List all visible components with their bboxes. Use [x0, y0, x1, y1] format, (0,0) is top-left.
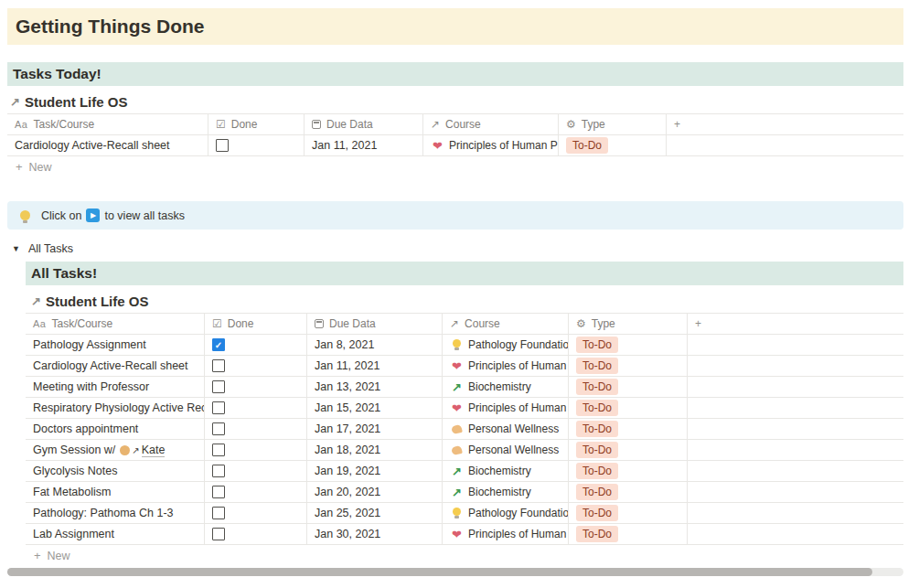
task-cell[interactable]: Fat Metabolism: [26, 482, 205, 502]
done-checkbox[interactable]: [212, 444, 225, 456]
course-cell[interactable]: Biochemistry: [443, 482, 569, 502]
task-cell[interactable]: Meeting with Professor: [26, 377, 205, 397]
due-cell[interactable]: Jan 11, 2021: [307, 356, 443, 376]
course-cell[interactable]: Principles of Human Phys: [443, 524, 569, 544]
type-cell[interactable]: To-Do: [569, 335, 688, 355]
done-cell: [205, 482, 307, 502]
course-icon: [450, 528, 464, 540]
column-header-type[interactable]: ⚙ Type: [559, 114, 667, 134]
type-cell[interactable]: To-Do: [569, 503, 688, 523]
new-row-button[interactable]: + New: [7, 156, 903, 177]
course-cell[interactable]: Personal Wellness: [443, 440, 569, 460]
due-cell[interactable]: Jan 11, 2021: [305, 135, 423, 155]
relation-arrow-icon: ↗: [431, 118, 440, 131]
done-checkbox[interactable]: [212, 528, 225, 540]
task-cell[interactable]: Pathology: Pathoma Ch 1-3: [26, 503, 205, 523]
course-icon: [450, 465, 464, 477]
horizontal-scrollbar[interactable]: [7, 568, 903, 576]
due-cell[interactable]: Jan 19, 2021: [307, 461, 443, 481]
type-cell[interactable]: To-Do: [569, 461, 688, 481]
task-cell[interactable]: Pathology Assignment: [26, 335, 205, 355]
type-cell[interactable]: To-Do: [569, 440, 688, 460]
done-checkbox[interactable]: [212, 422, 225, 435]
play-button-icon[interactable]: ▶: [86, 208, 100, 222]
empty-cell: [667, 135, 903, 155]
done-checkbox[interactable]: [212, 507, 225, 519]
column-header-done[interactable]: ☑ Done: [208, 114, 305, 134]
task-cell[interactable]: Respiratory Physiology Active Recall: [26, 398, 205, 418]
due-cell[interactable]: Jan 15, 2021: [307, 398, 443, 418]
calendar-icon: [315, 319, 324, 328]
type-cell[interactable]: To-Do: [559, 135, 667, 155]
done-checkbox[interactable]: [212, 401, 225, 414]
due-cell[interactable]: Jan 30, 2021: [307, 524, 443, 544]
column-label: Due Data: [326, 118, 373, 131]
type-cell[interactable]: To-Do: [569, 398, 688, 418]
type-cell[interactable]: To-Do: [569, 377, 688, 397]
page-mention-kate[interactable]: ↗ Kate: [120, 444, 165, 457]
task-title: Cardiology Active-Recall sheet: [15, 139, 170, 152]
relation-arrow-icon: ↗: [450, 317, 459, 330]
course-name: Principles of Human Phys: [468, 359, 569, 372]
type-badge: To-Do: [576, 505, 618, 521]
course-cell[interactable]: Pathology Foundations: [443, 335, 569, 355]
due-cell[interactable]: Jan 8, 2021: [307, 335, 443, 355]
course-name: Principles of Human Phys: [468, 401, 569, 414]
task-cell[interactable]: Cardiology Active-Recall sheet: [7, 135, 208, 155]
due-cell[interactable]: Jan 18, 2021: [307, 440, 443, 460]
task-cell[interactable]: Lab Assignment: [26, 524, 205, 544]
due-date: Jan 17, 2021: [315, 422, 380, 435]
task-cell[interactable]: Doctors appointment: [26, 419, 205, 439]
task-cell[interactable]: Glycolysis Notes: [26, 461, 205, 481]
course-cell[interactable]: Pathology Foundations: [443, 503, 569, 523]
course-cell[interactable]: Principles of Human Phys: [423, 135, 559, 155]
done-checkbox[interactable]: [212, 380, 225, 393]
column-header-due[interactable]: Due Data: [305, 114, 423, 134]
task-cell[interactable]: Gym Session w/ ↗ Kate: [26, 440, 205, 460]
type-cell[interactable]: To-Do: [569, 524, 688, 544]
done-checkbox[interactable]: [212, 486, 225, 498]
column-header-course[interactable]: ↗ Course: [423, 114, 559, 134]
due-cell[interactable]: Jan 20, 2021: [307, 482, 443, 502]
done-checkbox[interactable]: [212, 338, 225, 351]
due-cell[interactable]: Jan 25, 2021: [307, 503, 443, 523]
column-header-task[interactable]: Aa Task/Course: [26, 314, 205, 334]
all-tasks-toggle[interactable]: ▼ All Tasks: [12, 242, 903, 255]
done-checkbox[interactable]: [212, 359, 225, 372]
empty-cell: [688, 335, 903, 355]
all-tasks-table: Aa Task/Course ☑ Done Due Data ↗ Course …: [26, 313, 903, 566]
type-cell[interactable]: To-Do: [569, 356, 688, 376]
course-icon: [450, 359, 464, 372]
column-header-done[interactable]: ☑ Done: [205, 314, 307, 334]
column-label: Type: [582, 118, 605, 131]
course-name: Principles of Human Phys: [468, 528, 569, 540]
db-title-text: Student Life OS: [46, 294, 149, 309]
add-column-button[interactable]: +: [688, 314, 903, 334]
course-cell[interactable]: Principles of Human Phys: [443, 356, 569, 376]
table-row: Fat Metabolism Jan 20, 2021 Biochemistry…: [26, 482, 903, 503]
due-date: Jan 25, 2021: [315, 507, 380, 519]
new-row-button[interactable]: + New: [26, 545, 903, 566]
column-label: Course: [445, 118, 481, 131]
column-label: Task/Course: [51, 317, 112, 330]
column-header-type[interactable]: ⚙ Type: [569, 314, 688, 334]
type-cell[interactable]: To-Do: [569, 482, 688, 502]
scrollbar-thumb[interactable]: [7, 568, 872, 576]
due-cell[interactable]: Jan 13, 2021: [307, 377, 443, 397]
course-cell[interactable]: Biochemistry: [443, 377, 569, 397]
course-cell[interactable]: Personal Wellness: [443, 419, 569, 439]
done-checkbox[interactable]: [216, 139, 229, 152]
task-cell[interactable]: Cardiology Active-Recall sheet: [26, 356, 205, 376]
type-cell[interactable]: To-Do: [569, 419, 688, 439]
linked-db-title-today[interactable]: ↗ Student Life OS: [10, 94, 903, 110]
linked-db-title-all[interactable]: ↗ Student Life OS: [31, 294, 903, 309]
add-column-button[interactable]: +: [667, 114, 903, 134]
column-header-task[interactable]: Aa Task/Course: [7, 114, 208, 134]
done-checkbox[interactable]: [212, 465, 225, 477]
column-header-due[interactable]: Due Data: [307, 314, 443, 334]
course-cell[interactable]: Principles of Human Phys: [443, 398, 569, 418]
type-badge: To-Do: [576, 463, 618, 479]
column-header-course[interactable]: ↗ Course: [443, 314, 569, 334]
course-cell[interactable]: Biochemistry: [443, 461, 569, 481]
due-cell[interactable]: Jan 17, 2021: [307, 419, 443, 439]
